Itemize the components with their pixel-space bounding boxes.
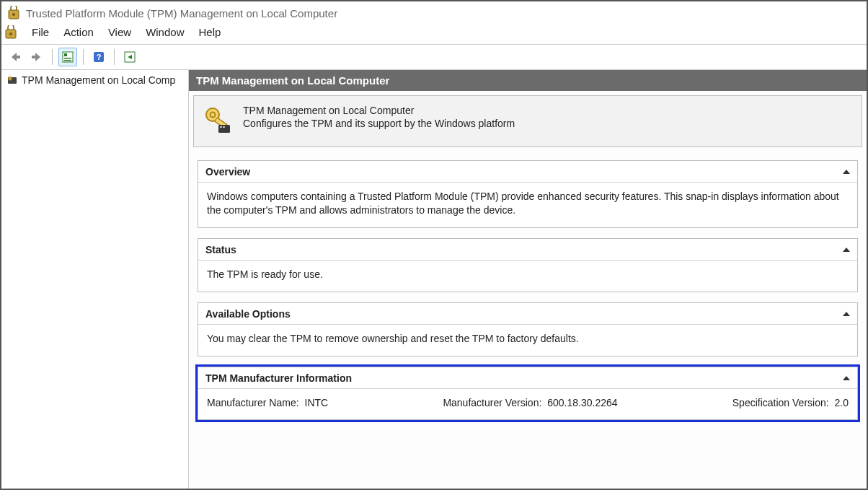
export-icon xyxy=(123,51,136,64)
overview-body: Windows computers containing a Trusted P… xyxy=(198,183,857,227)
content-pane: TPM Management on Local Computer TPM Man… xyxy=(189,70,867,489)
description-box: TPM Management on Local Computer Configu… xyxy=(193,95,862,147)
collapse-up-icon xyxy=(843,376,850,380)
manufacturer-title: TPM Manufacturer Information xyxy=(205,372,352,384)
tpm-chip-icon xyxy=(6,74,19,87)
toolbar-separator xyxy=(114,49,115,65)
manufacturer-info-row: Manufacturer Name: INTC Manufacturer Ver… xyxy=(207,396,849,410)
properties-button[interactable] xyxy=(58,48,77,66)
menu-window[interactable]: Window xyxy=(138,25,191,40)
overview-title: Overview xyxy=(205,166,250,178)
toolbar: ? xyxy=(1,45,867,70)
tpm-app-icon xyxy=(7,6,20,20)
properties-icon xyxy=(61,51,74,64)
svg-rect-19 xyxy=(218,125,230,133)
status-title: Status xyxy=(205,244,236,255)
toolbar-separator xyxy=(52,49,53,65)
content-header: TPM Management on Local Computer xyxy=(189,70,867,91)
collapse-up-icon xyxy=(843,312,850,316)
help-button[interactable]: ? xyxy=(89,48,108,66)
back-button[interactable] xyxy=(6,48,25,66)
svg-rect-15 xyxy=(9,79,11,79)
manufacturer-header[interactable]: TPM Manufacturer Information xyxy=(198,367,857,389)
manufacturer-panel: TPM Manufacturer Information Manufacture… xyxy=(198,367,858,421)
svg-rect-4 xyxy=(16,56,20,58)
arrow-left-icon xyxy=(9,51,22,64)
options-body: You may clear the TPM to remove ownershi… xyxy=(198,325,857,356)
options-panel: Available Options You may clear the TPM … xyxy=(198,302,858,356)
status-body: The TPM is ready for use. xyxy=(198,261,857,292)
manufacturer-version-label: Manufacturer Version: xyxy=(443,397,541,408)
svg-point-3 xyxy=(9,32,12,35)
window-title: Trusted Platform Module (TPM) Management… xyxy=(26,7,337,19)
overview-panel: Overview Windows computers containing a … xyxy=(198,160,858,228)
overview-header[interactable]: Overview xyxy=(198,161,857,183)
tree-pane: TPM Management on Local Comp xyxy=(1,70,189,489)
toolbar-separator xyxy=(83,49,84,65)
arrow-right-icon xyxy=(30,51,43,64)
forward-button[interactable] xyxy=(27,48,46,66)
manufacturer-name-label: Manufacturer Name: xyxy=(207,397,299,408)
manufacturer-version-value: 600.18.30.2264 xyxy=(547,397,617,408)
tree-root-item[interactable]: TPM Management on Local Comp xyxy=(1,71,188,89)
spec-version-value: 2.0 xyxy=(835,397,849,408)
collapse-up-icon xyxy=(843,248,850,252)
menu-view[interactable]: View xyxy=(101,25,138,40)
title-bar: Trusted Platform Module (TPM) Management… xyxy=(1,1,867,23)
tree-root-label: TPM Management on Local Comp xyxy=(22,74,175,86)
svg-text:?: ? xyxy=(97,53,102,61)
svg-rect-8 xyxy=(64,58,71,59)
status-panel: Status The TPM is ready for use. xyxy=(198,238,858,292)
options-header[interactable]: Available Options xyxy=(198,303,857,325)
tpm-app-icon xyxy=(4,25,17,40)
status-header[interactable]: Status xyxy=(198,239,857,261)
svg-rect-20 xyxy=(220,126,222,128)
help-icon: ? xyxy=(92,51,105,64)
svg-rect-9 xyxy=(64,60,71,61)
description-subtitle: Configures the TPM and its support by th… xyxy=(243,118,515,129)
key-chip-icon xyxy=(203,105,233,135)
manufacturer-name-value: INTC xyxy=(305,397,329,408)
menu-action[interactable]: Action xyxy=(56,25,101,40)
export-button[interactable] xyxy=(120,48,139,66)
svg-point-1 xyxy=(12,13,15,16)
menu-help[interactable]: Help xyxy=(191,25,228,40)
svg-rect-7 xyxy=(64,53,67,56)
options-title: Available Options xyxy=(205,308,291,320)
description-title: TPM Management on Local Computer xyxy=(243,105,515,116)
svg-rect-5 xyxy=(32,56,36,58)
collapse-up-icon xyxy=(843,170,850,174)
spec-version-label: Specification Version: xyxy=(732,397,829,408)
menu-file[interactable]: File xyxy=(25,25,56,40)
svg-rect-21 xyxy=(223,126,225,128)
menu-bar: File Action View Window Help xyxy=(1,23,867,45)
